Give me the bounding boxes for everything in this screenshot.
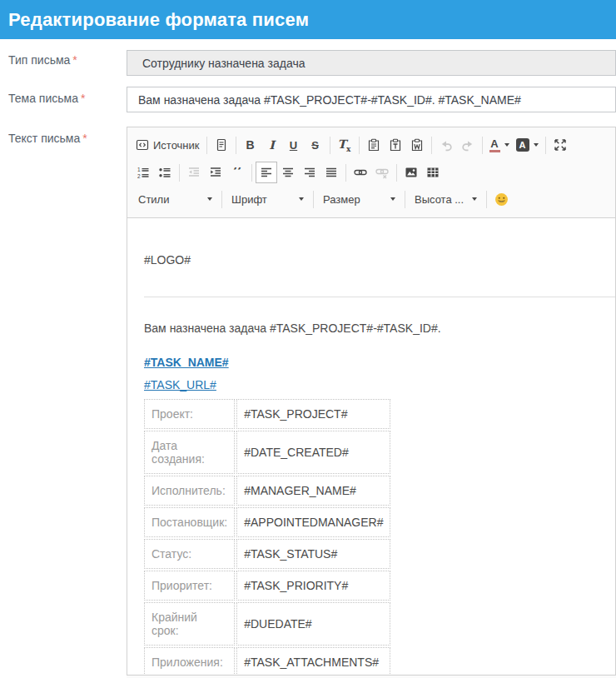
task-field-value-cell: #DUEDATE#	[236, 602, 390, 646]
table-row: Проект: #TASK_PROJECT#	[144, 399, 390, 429]
align-center-icon	[281, 166, 295, 179]
toolbar-row-1: Источник B I U S Tx	[132, 131, 612, 159]
remove-format-button[interactable]: Tx	[334, 134, 355, 156]
toolbar-separator	[405, 191, 405, 208]
unlink-button[interactable]	[371, 162, 393, 183]
underline-button[interactable]: U	[283, 134, 305, 156]
editor-content-area[interactable]: #LOGO# Вам назначена задача #TASK_PROJEC…	[127, 252, 615, 678]
toolbar-separator	[486, 191, 487, 208]
page-header: Редактирование формата писем	[0, 0, 616, 39]
undo-button[interactable]	[435, 134, 457, 156]
remove-format-icon: Tx	[338, 137, 351, 153]
underline-icon: U	[290, 139, 297, 152]
letter-subject-label: Тема письма*	[8, 92, 85, 105]
insert-image-button[interactable]	[400, 162, 422, 183]
line-height-combo[interactable]: Высота ...	[409, 188, 483, 210]
table-row: Статус: #TASK_STATUS#	[144, 539, 390, 569]
source-button[interactable]: Источник	[132, 134, 203, 156]
task-field-value-cell: #DATE_CREATED#	[236, 431, 390, 474]
paste-text-icon	[389, 138, 402, 152]
toolbar-separator	[345, 164, 346, 182]
decrease-indent-button[interactable]	[183, 162, 205, 183]
styles-combo[interactable]: Стили	[132, 188, 218, 210]
svg-text:1: 1	[137, 167, 141, 172]
paste-as-text-button[interactable]	[385, 134, 406, 156]
chevron-down-icon	[504, 143, 509, 147]
numbered-list-icon: 1 2	[137, 166, 150, 179]
align-center-button[interactable]	[277, 162, 299, 183]
task-field-label-cell: Статус:	[144, 539, 235, 569]
indent-icon	[209, 166, 222, 179]
justify-button[interactable]	[320, 162, 342, 183]
bold-button[interactable]: B	[240, 134, 261, 156]
table-row: Крайний срок: #DUEDATE#	[144, 602, 390, 646]
toolbar-separator	[545, 137, 546, 154]
align-left-button[interactable]	[256, 162, 277, 183]
undo-icon	[440, 138, 453, 152]
task-field-value-cell: #TASK_PROJECT#	[236, 399, 390, 429]
editor-resize-bar[interactable]	[127, 675, 616, 678]
styles-combo-label: Стили	[138, 193, 203, 206]
task-field-value-cell: #TASK_PRIORITY#	[236, 571, 390, 601]
background-color-button[interactable]: A	[513, 134, 542, 156]
insert-table-button[interactable]	[422, 162, 444, 183]
size-combo[interactable]: Размер	[317, 188, 401, 210]
background-color-icon: A	[516, 138, 529, 152]
increase-indent-button[interactable]	[205, 162, 226, 183]
toolbar-separator	[221, 191, 222, 208]
task-field-value-cell: #MANAGER_NAME#	[236, 476, 390, 506]
numbered-list-button[interactable]: 1 2	[132, 162, 154, 183]
letter-body-label: Текст письма*	[8, 132, 87, 145]
page-title: Редактирование формата писем	[0, 9, 309, 31]
task-field-label-cell: Проект:	[144, 399, 235, 429]
paste-word-icon	[410, 138, 424, 152]
letter-subject-input[interactable]	[127, 87, 616, 112]
align-left-icon	[260, 166, 273, 179]
redo-button[interactable]	[457, 134, 479, 156]
toolbar-row-2: 1 2	[132, 159, 612, 186]
required-asterisk: *	[82, 132, 87, 145]
italic-icon: I	[269, 138, 275, 152]
task-field-value-cell: #APPOINTEDMANAGER#	[236, 507, 390, 537]
unlink-icon	[375, 166, 389, 179]
paste-icon	[367, 138, 380, 152]
italic-button[interactable]: I	[261, 134, 283, 156]
intro-text: Вам назначена задача #TASK_PROJECT#-#TAS…	[144, 320, 615, 337]
blockquote-icon: ”	[232, 167, 242, 178]
font-combo[interactable]: Шрифт	[226, 188, 310, 210]
maximize-button[interactable]	[549, 134, 571, 156]
logo-placeholder: #LOGO#	[144, 252, 615, 268]
task-field-label-cell: Приоритет:	[144, 571, 235, 601]
table-row: Исполнитель: #MANAGER_NAME#	[144, 476, 390, 506]
task-field-value-cell: #TASK_ATTACHMENTS#	[236, 647, 390, 677]
image-icon	[405, 166, 418, 179]
align-right-icon	[303, 166, 316, 179]
templates-button[interactable]	[211, 134, 232, 156]
blockquote-button[interactable]: ”	[226, 162, 248, 183]
task-url-link[interactable]: #TASK_URL#	[144, 378, 216, 391]
link-icon	[354, 166, 367, 179]
smiley-button[interactable]	[490, 188, 512, 210]
chevron-down-icon	[299, 197, 304, 201]
bulleted-list-button[interactable]	[154, 162, 176, 183]
toolbar-row-3: Стили Шрифт Размер Высота ...	[132, 186, 612, 212]
task-field-value-cell: #TASK_STATUS#	[236, 539, 390, 569]
toolbar-separator	[206, 137, 207, 154]
text-color-button[interactable]: A	[486, 134, 513, 156]
letter-type-label: Тип письма*	[8, 53, 77, 67]
required-asterisk: *	[72, 53, 77, 67]
strikethrough-button[interactable]: S	[305, 134, 326, 156]
paste-button[interactable]	[363, 134, 385, 156]
horizontal-rule	[144, 297, 615, 297]
size-combo-label: Размер	[323, 193, 386, 206]
required-asterisk: *	[81, 92, 85, 105]
toolbar-separator	[313, 191, 314, 208]
editor-toolbar: Источник B I U S Tx	[127, 127, 615, 218]
chevron-down-icon	[207, 197, 212, 201]
source-icon	[136, 138, 149, 152]
task-name-link[interactable]: #TASK_NAME#	[144, 354, 229, 371]
letter-type-field[interactable]: Сотруднику назначена задача	[127, 50, 616, 76]
paste-from-word-button[interactable]	[406, 134, 428, 156]
link-button[interactable]	[350, 162, 371, 183]
align-right-button[interactable]	[299, 162, 320, 183]
